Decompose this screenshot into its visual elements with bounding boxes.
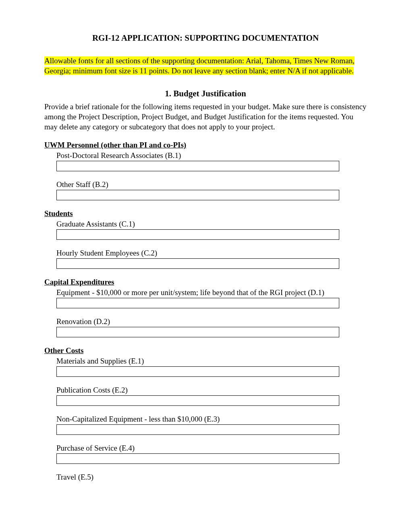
label-other-staff-b2: Other Staff (B.2) — [56, 180, 367, 189]
input-equipment-d1[interactable] — [56, 298, 339, 308]
label-publication-e2: Publication Costs (E.2) — [56, 386, 367, 395]
input-noncap-equipment-e3[interactable] — [56, 424, 339, 435]
field-block-d2: Renovation (D.2) — [56, 317, 367, 337]
field-block-b2: Other Staff (B.2) — [56, 180, 367, 200]
intro-paragraph: Provide a brief rationale for the follow… — [44, 102, 367, 132]
field-block-b1: Post-Doctoral Research Associates (B.1) — [56, 151, 367, 171]
input-grad-assistants-c1[interactable] — [56, 229, 339, 240]
input-publication-e2[interactable] — [56, 395, 339, 406]
input-postdoc-b1[interactable] — [56, 161, 339, 171]
input-other-staff-b2[interactable] — [56, 190, 339, 200]
label-noncap-equipment-e3: Non-Capitalized Equipment - less than $1… — [56, 415, 367, 424]
field-block-e3: Non-Capitalized Equipment - less than $1… — [56, 415, 367, 435]
field-block-c2: Hourly Student Employees (C.2) — [56, 249, 367, 269]
label-hourly-students-c2: Hourly Student Employees (C.2) — [56, 249, 367, 258]
section-header-other: Other Costs — [44, 346, 367, 355]
field-block-c1: Graduate Assistants (C.1) — [56, 220, 367, 240]
label-travel-e5: Travel (E.5) — [56, 473, 367, 482]
highlight-note: Allowable fonts for all sections of the … — [44, 56, 355, 75]
section-header-students: Students — [44, 209, 367, 218]
field-block-e4: Purchase of Service (E.4) — [56, 444, 367, 464]
input-materials-e1[interactable] — [56, 366, 339, 377]
input-service-e4[interactable] — [56, 453, 339, 464]
field-block-d1: Equipment - $10,000 or more per unit/sys… — [56, 288, 367, 308]
label-grad-assistants-c1: Graduate Assistants (C.1) — [56, 220, 367, 229]
highlight-note-wrapper: Allowable fonts for all sections of the … — [44, 56, 367, 76]
input-hourly-students-c2[interactable] — [56, 258, 339, 269]
section-header-capital: Capital Expenditures — [44, 278, 367, 287]
label-postdoc-b1: Post-Doctoral Research Associates (B.1) — [56, 151, 367, 160]
page: RGI-12 APPLICATION: SUPPORTING DOCUMENTA… — [0, 0, 411, 532]
label-equipment-d1: Equipment - $10,000 or more per unit/sys… — [56, 288, 367, 297]
input-renovation-d2[interactable] — [56, 327, 339, 337]
label-materials-e1: Materials and Supplies (E.1) — [56, 357, 367, 366]
label-service-e4: Purchase of Service (E.4) — [56, 444, 367, 453]
field-block-e1: Materials and Supplies (E.1) — [56, 357, 367, 377]
label-renovation-d2: Renovation (D.2) — [56, 317, 367, 326]
field-block-e2: Publication Costs (E.2) — [56, 386, 367, 406]
document-title: RGI-12 APPLICATION: SUPPORTING DOCUMENTA… — [44, 33, 367, 43]
section-title-budget-justification: 1. Budget Justification — [44, 89, 367, 99]
section-header-personnel: UWM Personnel (other than PI and co-PIs) — [44, 141, 367, 150]
